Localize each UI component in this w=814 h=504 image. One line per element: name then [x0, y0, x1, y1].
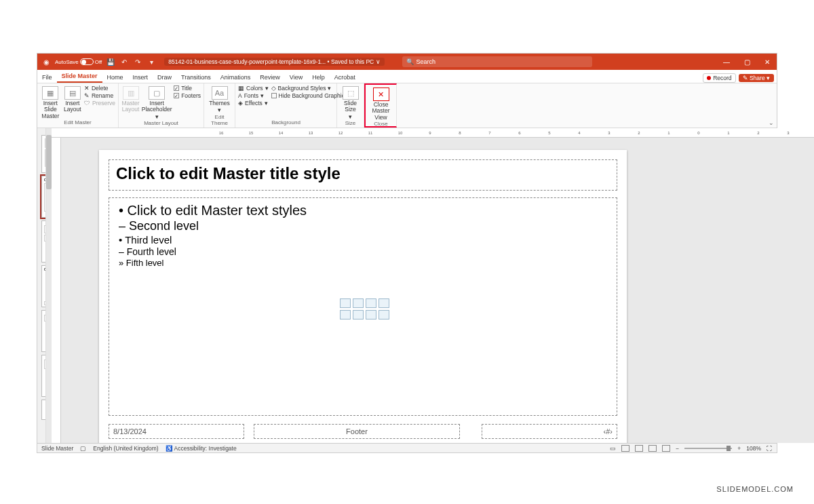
- effects-button[interactable]: ◈ Effects ▾: [238, 100, 269, 106]
- insert-picture-icon[interactable]: [340, 298, 351, 308]
- tab-review[interactable]: Review: [255, 72, 285, 83]
- thumb-layout-1[interactable]: Click to edit Master title style: [41, 176, 45, 218]
- qat-dropdown-icon[interactable]: ▾: [147, 57, 156, 66]
- insert-slide-master-button[interactable]: ▦Insert Slide Master: [40, 85, 61, 119]
- save-icon[interactable]: 💾: [106, 57, 115, 66]
- work-area: Click to edit Master title style Click t…: [37, 128, 777, 443]
- tab-animations[interactable]: Animations: [216, 72, 256, 83]
- body-level-5: Fifth level: [119, 258, 607, 268]
- insert-layout-button[interactable]: ▤Insert Layout: [64, 85, 81, 113]
- tab-view[interactable]: View: [285, 72, 307, 83]
- insert-online-icon[interactable]: [366, 298, 376, 308]
- insert-stock-icon[interactable]: [353, 298, 364, 308]
- zoom-level[interactable]: 108%: [746, 445, 761, 452]
- fonts-button[interactable]: A Fonts ▾: [238, 92, 269, 99]
- app-icon: ◉: [41, 57, 51, 66]
- colors-button[interactable]: ▦ Colors ▾: [238, 85, 269, 92]
- ribbon: ▦Insert Slide Master ▤Insert Layout ✕ De…: [37, 83, 777, 128]
- content-placeholder-icons[interactable]: [340, 298, 389, 319]
- view-slideshow-icon[interactable]: [662, 445, 670, 452]
- status-mode: Slide Master: [41, 445, 73, 452]
- preserve-button[interactable]: 🛡 Preserve: [84, 100, 115, 106]
- insert-3d-icon[interactable]: [379, 298, 389, 308]
- body-level-3: Third level: [119, 234, 607, 246]
- zoom-out-icon[interactable]: −: [676, 445, 679, 452]
- title-placeholder[interactable]: Click to edit Master title style: [109, 159, 617, 191]
- autosave-toggle[interactable]: AutoSave Off: [55, 58, 102, 65]
- themes-icon: Aa: [212, 86, 228, 100]
- group-label-edit-theme: Edit Theme: [207, 114, 232, 127]
- chevron-down-icon: ▾: [155, 114, 159, 120]
- footer-placeholder[interactable]: Footer: [254, 424, 460, 439]
- body-level-2: Second level: [119, 219, 607, 233]
- search-input[interactable]: 🔍 Search: [402, 56, 592, 67]
- thumb-layout-4[interactable]: [41, 310, 45, 352]
- record-dot-icon: [707, 76, 711, 80]
- undo-icon[interactable]: ↶: [119, 57, 129, 66]
- hide-bg-checkbox[interactable]: Hide Background Graphics: [271, 92, 348, 99]
- zoom-slider[interactable]: [684, 448, 732, 449]
- rename-button[interactable]: ✎ Rename: [84, 92, 115, 99]
- insert-placeholder-button[interactable]: ▢Insert Placeholder▾: [142, 85, 171, 120]
- bg-styles-button[interactable]: ◇ Background Styles ▾: [271, 85, 348, 92]
- fit-to-window-icon[interactable]: ⛶: [767, 445, 773, 452]
- date-placeholder[interactable]: 8/13/2024: [109, 424, 244, 439]
- search-placeholder: Search: [416, 58, 436, 65]
- titlebar: ◉ AutoSave Off 💾 ↶ ↷ ▾ 85142-01-business…: [37, 54, 777, 70]
- delete-button[interactable]: ✕ Delete: [84, 85, 115, 92]
- ribbon-tabs: File Slide Master Home Insert Draw Trans…: [37, 70, 777, 83]
- slidenum-placeholder[interactable]: ‹#›: [482, 424, 617, 439]
- view-reading-icon[interactable]: [648, 445, 657, 452]
- zoom-in-icon[interactable]: +: [737, 445, 741, 452]
- view-normal-icon[interactable]: [621, 445, 629, 452]
- thumb-layout-6[interactable]: [41, 400, 45, 420]
- ribbon-collapse-icon[interactable]: ⌄: [769, 119, 774, 126]
- filename-display[interactable]: 85142-01-business-case-study-powerpoint-…: [164, 58, 384, 66]
- group-label-close: Close: [368, 121, 393, 128]
- status-language[interactable]: English (United Kingdom): [93, 445, 158, 452]
- tab-slide-master[interactable]: Slide Master: [57, 71, 102, 83]
- insert-smartart-icon[interactable]: [353, 310, 364, 319]
- tab-transitions[interactable]: Transitions: [176, 72, 216, 83]
- chevron-down-icon: ▾: [349, 114, 352, 120]
- insert-chart-icon[interactable]: [379, 310, 389, 319]
- tab-help[interactable]: Help: [307, 72, 330, 83]
- status-accessibility[interactable]: ♿ Accessibility: Investigate: [166, 445, 237, 452]
- group-label-size: Size: [340, 120, 361, 127]
- notes-button[interactable]: ▭: [610, 445, 616, 452]
- thumb-layout-3[interactable]: Click to edit Master title style: [41, 265, 45, 307]
- tab-home[interactable]: Home: [102, 72, 128, 83]
- close-window-icon[interactable]: ✕: [758, 54, 777, 70]
- tab-insert[interactable]: Insert: [128, 72, 153, 83]
- slide-canvas[interactable]: Click to edit Master title style Click t…: [61, 138, 814, 443]
- close-icon: ✕: [373, 88, 389, 101]
- slide-size-icon: ⬚: [343, 86, 359, 100]
- share-button[interactable]: ✎ Share ▾: [739, 74, 774, 82]
- slide-master-preview: Click to edit Master title style Click t…: [99, 150, 627, 443]
- thumb-layout-2[interactable]: [41, 220, 45, 263]
- title-checkbox[interactable]: Title: [174, 85, 201, 92]
- thumb-master[interactable]: [41, 135, 45, 173]
- minimize-icon[interactable]: —: [717, 54, 736, 70]
- tab-draw[interactable]: Draw: [153, 72, 176, 83]
- tab-acrobat[interactable]: Acrobat: [330, 72, 360, 83]
- master-layout-button: ▥Master Layout: [121, 85, 140, 113]
- maximize-icon[interactable]: ▢: [737, 54, 756, 70]
- themes-button[interactable]: AaThemes▾: [207, 85, 232, 114]
- insert-table-icon[interactable]: [366, 310, 376, 319]
- slide-size-button[interactable]: ⬚Slide Size▾: [340, 85, 361, 120]
- tab-file[interactable]: File: [37, 72, 57, 83]
- body-placeholder[interactable]: Click to edit Master text styles Second …: [109, 197, 617, 416]
- close-master-view-button[interactable]: ✕Close Master View: [368, 86, 393, 121]
- ruler-vertical: [52, 138, 61, 443]
- redo-icon[interactable]: ↷: [133, 57, 142, 66]
- record-button[interactable]: Record: [703, 73, 735, 83]
- thumb-layout-5[interactable]: [41, 355, 45, 397]
- footers-checkbox[interactable]: Footers: [174, 92, 201, 99]
- master-layout-icon: ▥: [123, 86, 139, 100]
- view-sorter-icon[interactable]: [635, 445, 643, 452]
- insert-video-icon[interactable]: [340, 310, 351, 319]
- panel-scrollbar[interactable]: [45, 128, 52, 443]
- layout-icon: ▤: [64, 86, 81, 100]
- layout-thumbnail-panel[interactable]: Click to edit Master title style Click t…: [37, 128, 45, 443]
